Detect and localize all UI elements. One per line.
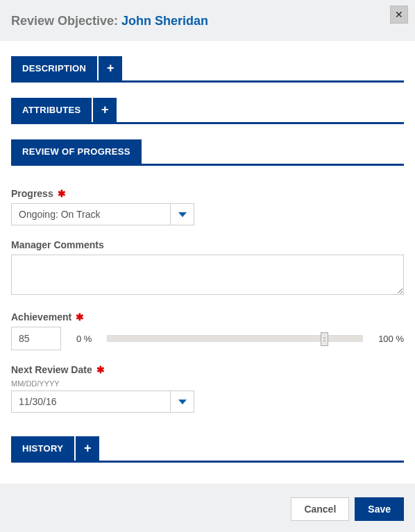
close-button[interactable]: ✕ <box>390 6 408 24</box>
plus-icon: + <box>101 103 109 117</box>
tab-review-of-progress[interactable]: REVIEW OF PROGRESS <box>11 139 142 164</box>
required-icon: ✱ <box>76 311 84 323</box>
date-format-hint: MM/DD/YYYY <box>11 379 404 388</box>
achievement-min-label: 0 % <box>76 334 92 344</box>
plus-icon: + <box>107 61 115 76</box>
progress-dropdown-button[interactable] <box>171 203 194 225</box>
tab-attributes[interactable]: ATTRIBUTES <box>11 98 92 122</box>
plus-icon: + <box>84 441 92 456</box>
achievement-input[interactable] <box>11 327 61 350</box>
footer-bar: Cancel Save <box>0 483 415 532</box>
description-tabrow: DESCRIPTION + <box>11 56 404 83</box>
date-dropdown-button[interactable] <box>171 391 194 413</box>
manager-comments-textarea[interactable] <box>11 255 404 295</box>
add-description-button[interactable]: + <box>99 56 122 80</box>
tab-history[interactable]: HISTORY <box>11 436 74 461</box>
chevron-down-icon <box>178 212 187 217</box>
next-review-label-text: Next Review Date <box>11 364 92 375</box>
close-icon: ✕ <box>395 9 403 20</box>
chevron-down-icon <box>178 400 187 404</box>
review-tabrow: REVIEW OF PROGRESS <box>11 139 404 166</box>
next-review-label: Next Review Date ✱ <box>11 364 404 375</box>
achievement-max-label: 100 % <box>378 334 404 344</box>
progress-select[interactable] <box>11 203 171 225</box>
save-button[interactable]: Save <box>355 497 404 521</box>
progress-label-text: Progress <box>11 188 53 199</box>
slider-thumb-icon[interactable] <box>321 332 328 346</box>
attributes-tabrow: ATTRIBUTES + <box>11 98 404 124</box>
required-icon: ✱ <box>96 364 105 375</box>
add-attribute-button[interactable]: + <box>93 98 117 122</box>
progress-label: Progress ✱ <box>11 188 404 199</box>
add-history-button[interactable]: + <box>76 436 99 461</box>
required-icon: ✱ <box>58 188 66 199</box>
manager-comments-label: Manager Comments <box>11 239 404 250</box>
tab-description[interactable]: DESCRIPTION <box>11 56 97 80</box>
history-tabrow: HISTORY + <box>11 436 404 463</box>
title-person-link[interactable]: John Sheridan <box>121 14 208 28</box>
achievement-slider[interactable] <box>107 335 363 342</box>
title-prefix: Review Objective: <box>11 14 121 28</box>
page-title: Review Objective: John Sheridan <box>11 14 404 28</box>
cancel-button[interactable]: Cancel <box>291 497 349 521</box>
next-review-date-input[interactable] <box>11 391 171 413</box>
achievement-label: Achievement ✱ <box>11 311 404 323</box>
achievement-label-text: Achievement <box>11 311 71 323</box>
